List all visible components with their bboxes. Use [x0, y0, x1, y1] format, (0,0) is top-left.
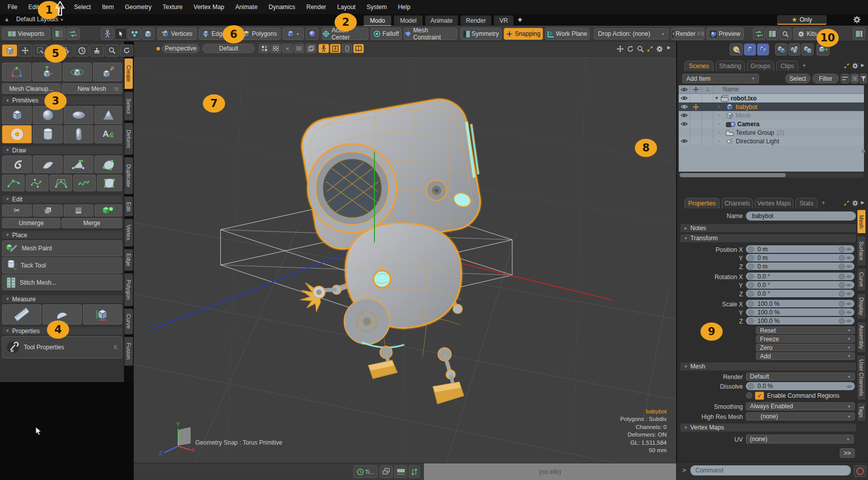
side-tab-tags[interactable]: Tags [857, 402, 866, 421]
toolbox-tab-duplicate[interactable]: Duplicate [124, 157, 133, 194]
expand-panel-icon[interactable] [844, 63, 849, 69]
disable-toggle-icon[interactable]: ✕ [282, 44, 293, 53]
capsule-primitive-button[interactable] [64, 125, 93, 143]
toolbox-tab-deform[interactable]: Deform [124, 123, 133, 155]
position-x-field[interactable]: 0 m◀▶ [746, 245, 854, 253]
menu-dynamics[interactable]: Dynamics [263, 0, 301, 14]
more-properties-button[interactable]: >> [840, 448, 855, 458]
menu-render[interactable]: Render [301, 0, 332, 14]
mesh-constraint-button[interactable]: Mesh Constraint [404, 28, 457, 40]
layout-up-icon[interactable]: ▲ [4, 16, 10, 22]
menu-system[interactable]: System [361, 0, 392, 14]
smoothing-dropdown[interactable]: Always Enabled [746, 402, 855, 410]
sketch-tool-button[interactable] [73, 175, 96, 191]
scale-x-field[interactable]: 100.0 %◀▶ [746, 300, 854, 307]
tool-stamp-icon[interactable] [90, 44, 104, 57]
tool-move-icon[interactable] [18, 44, 32, 57]
add-dropdown[interactable]: Add [756, 352, 855, 360]
move-tool-button[interactable] [32, 63, 62, 81]
falloff-button[interactable]: Falloff [370, 28, 402, 40]
viewport-3d-canvas[interactable]: Y X Z Geometry Snap : Torus Primitive ba… [134, 57, 676, 463]
transform-tool-button[interactable] [2, 63, 31, 81]
tree-scroll-nub[interactable] [861, 149, 865, 153]
toolbox-tab-select[interactable]: Select [124, 91, 133, 121]
duplicate-item-icon[interactable] [775, 43, 787, 56]
rotation-y-field[interactable]: 0.0 °◀▶ [746, 281, 854, 289]
layers-button[interactable] [379, 465, 393, 478]
preset-browser-icon[interactable] [779, 28, 791, 40]
tab-scenes[interactable]: Scenes [684, 61, 714, 71]
quad-view-icon[interactable] [270, 44, 281, 53]
tree-row-babybot-selected[interactable]: ▪ babybot [679, 102, 864, 111]
tab-vertex-maps[interactable]: Vertex Maps [755, 198, 793, 208]
place-section-header[interactable]: ▼Place [2, 231, 122, 239]
add-properties-tab-button[interactable]: + [822, 199, 825, 206]
show-locators-toggle-icon[interactable] [330, 44, 341, 53]
properties-gear-icon[interactable] [852, 200, 858, 206]
duplicate-tool-icon[interactable] [33, 204, 63, 217]
ellipsoid-primitive-button[interactable] [64, 106, 93, 124]
tab-modo[interactable]: Modo [363, 15, 392, 26]
scale-z-field[interactable]: 100.0 %◀▶ [746, 317, 854, 325]
render-button[interactable]: RenderF9 [671, 28, 704, 40]
pivot-mode-icon[interactable] [142, 28, 154, 40]
unmerge-button[interactable]: Unmerge [2, 218, 61, 228]
pin-icon[interactable] [690, 102, 702, 111]
notes-section-header[interactable]: ►Notes [680, 224, 856, 232]
vertices-mode-button[interactable]: Vertices [157, 28, 197, 40]
filter-funnel-icon[interactable] [860, 74, 867, 83]
zero-dropdown[interactable]: Zero [756, 344, 855, 351]
tree-row-mesh[interactable]: ▪ Mesh [679, 111, 864, 120]
select-button[interactable]: Select [785, 74, 810, 83]
layouts-dropdown[interactable]: Default Layouts ▼ [16, 16, 64, 23]
toolbox-tab-edge[interactable]: Edge [124, 249, 133, 271]
tab-model[interactable]: Model [394, 15, 423, 26]
group-items-icon[interactable] [801, 43, 813, 56]
uv-book-toggle-icon[interactable] [353, 44, 364, 53]
reset-dropdown[interactable]: Reset [756, 327, 855, 334]
command-record-button[interactable] [854, 465, 866, 477]
time-tool-button[interactable]: Ti... [353, 465, 377, 478]
instance-item-icon[interactable] [788, 43, 800, 56]
tack-tool-button[interactable]: Tack Tool [2, 257, 122, 274]
tree-row-texture-group[interactable]: ▪ Texture Group (2) [679, 128, 864, 137]
tool-cube-icon[interactable] [2, 44, 17, 57]
viewport-camera-dropdown[interactable]: Perspective [162, 44, 199, 53]
rotate-view-icon[interactable] [627, 45, 634, 52]
uv-dropdown[interactable]: (none) [746, 435, 854, 444]
gear-icon[interactable] [853, 16, 861, 24]
scenes-gear-icon[interactable] [852, 63, 858, 69]
tab-render[interactable]: Render [460, 15, 492, 26]
pan-view-icon[interactable] [617, 45, 624, 52]
tab-stats[interactable]: Stats [795, 198, 818, 208]
toolbox-tab-vertex[interactable]: Vertex [124, 219, 133, 247]
measure-section-header[interactable]: ▼Measure [2, 295, 122, 303]
list-style-icon[interactable] [850, 74, 859, 83]
mesh-section-header[interactable]: ▼Mesh [680, 362, 856, 370]
overlay-toggle-icon[interactable] [306, 44, 316, 53]
toolbox-tab-fusion[interactable]: Fusion [124, 337, 133, 366]
tool-time-icon[interactable] [75, 44, 89, 57]
tab-clips[interactable]: Clips [776, 61, 798, 71]
only-favorites-button[interactable]: Only [777, 15, 827, 25]
scale-y-field[interactable]: 100.0 %◀▶ [746, 308, 854, 316]
comb-tool-icon[interactable] [64, 204, 93, 217]
right-columns-icon[interactable] [853, 28, 865, 40]
tab-groups[interactable]: Groups [747, 61, 774, 71]
tab-channels[interactable]: Channels [722, 198, 753, 208]
eye-icon[interactable] [679, 120, 690, 128]
tool-preset-icon[interactable] [105, 44, 119, 57]
rotation-x-field[interactable]: 0.0 °◀▶ [746, 273, 854, 280]
work-plane-button[interactable]: Work Plane [545, 28, 589, 40]
high-res-mesh-dropdown[interactable]: (none) [746, 412, 855, 420]
menu-select[interactable]: Select [69, 0, 96, 14]
toolbox-tab-create[interactable]: Create [124, 58, 133, 89]
spiral-tool-button[interactable] [2, 155, 32, 173]
symmetry-button[interactable]: Symmetry [460, 28, 502, 40]
tree-row-directional-light[interactable]: ▪ Directional Light [679, 137, 864, 145]
slice-tool-icon[interactable]: ✂ [2, 204, 32, 217]
draw-section-header[interactable]: ▼Draw [2, 146, 122, 154]
scale-tool-button[interactable] [93, 63, 122, 81]
menu-texture[interactable]: Texture [157, 0, 188, 14]
eye-icon[interactable] [679, 94, 690, 102]
